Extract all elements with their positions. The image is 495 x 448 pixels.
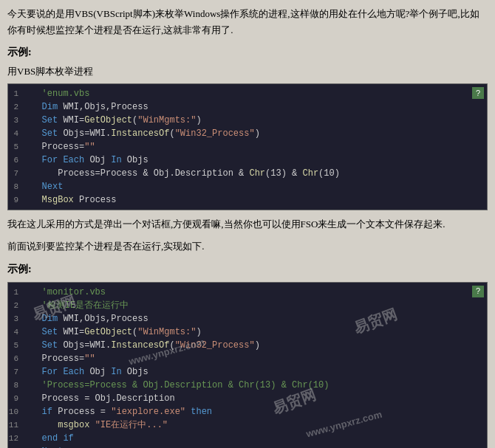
line-number: 7 [8, 167, 23, 180]
intro-text: 今天要说的是用VBS(VBScript脚本)来枚举Windows操作系统的进程,… [7, 6, 488, 38]
line-number: 3 [8, 114, 23, 127]
line-number: 2 [8, 299, 23, 312]
line-content: Process="" [23, 140, 487, 154]
line-number: 8 [8, 379, 23, 392]
line-content: if Process = "iexplore.exe" then [23, 405, 487, 418]
code-line: 11 msgbox "IE在运行中..." [8, 418, 487, 432]
code-line: 7 Process=Process & Obj.Description & Ch… [8, 167, 487, 180]
help-icon-1[interactable]: ? [472, 87, 484, 99]
code-line: 6 Process="" [8, 352, 487, 365]
line-content: Set WMI=GetObject("WinMgmts:") [23, 114, 487, 127]
line-content: Dim WMI,Objs,Process [23, 100, 487, 114]
code-line: 3 Dim WMI,Objs,Process [8, 312, 487, 325]
line-number: 9 [8, 193, 23, 207]
line-number: 8 [8, 180, 23, 193]
line-number: 11 [8, 418, 23, 432]
line-number: 7 [8, 365, 23, 379]
mid-text-2: 前面说到要监控某个进程是否在运行,实现如下. [7, 238, 488, 255]
code-block-2: 1 'monitor.vbs2 '检测IE是否在运行中3 Dim WMI,Obj… [7, 282, 488, 448]
line-number: 1 [8, 286, 23, 299]
line-content: For Each Obj In Objs [23, 154, 487, 167]
line-number: 2 [8, 100, 23, 114]
code-line: 5 Set Objs=WMI.InstancesOf("Win32_Proces… [8, 339, 487, 352]
line-number: 10 [8, 405, 23, 418]
line-content: 'Process=Process & Obj.Description & Chr… [23, 379, 487, 392]
code-line: 9 MsgBox Process [8, 193, 487, 207]
section2-title: 示例: [7, 261, 488, 278]
code-line: 4 Set Objs=WMI.InstancesOf("Win32_Proces… [8, 127, 487, 140]
line-number: 5 [8, 339, 23, 352]
line-number: 1 [8, 87, 23, 100]
section1-subtitle: 用VBS脚本枚举进程 [7, 64, 488, 80]
code-line: 2 Dim WMI,Objs,Process [8, 100, 487, 114]
code-line: 13 Next [8, 445, 487, 448]
line-content: msgbox "IE在运行中..." [23, 418, 487, 432]
code-line: 12 end if [8, 432, 487, 445]
line-content: end if [23, 432, 487, 445]
line-content: 'enum.vbs [23, 87, 487, 100]
line-content: 'monitor.vbs [23, 286, 487, 299]
page-container: 今天要说的是用VBS(VBScript脚本)来枚举Windows操作系统的进程,… [7, 6, 488, 448]
code-line: 5 Process="" [8, 140, 487, 154]
line-content: MsgBox Process [23, 193, 487, 207]
line-number: 12 [8, 432, 23, 445]
line-content: Set Objs=WMI.InstancesOf("Win32_Process"… [23, 339, 487, 352]
line-number: 3 [8, 312, 23, 325]
code-line: 2 '检测IE是否在运行中 [8, 299, 487, 312]
line-content: Process="" [23, 352, 487, 365]
line-number: 4 [8, 127, 23, 140]
code-line: 8 Next [8, 180, 487, 193]
line-content: Process=Process & Obj.Description & Chr(… [23, 167, 487, 180]
line-number: 5 [8, 140, 23, 154]
code-line: 3 Set WMI=GetObject("WinMgmts:") [8, 114, 487, 127]
line-content: Process = Obj.Description [23, 392, 487, 405]
line-content: '检测IE是否在运行中 [23, 299, 487, 312]
code-line: 4 Set WMI=GetObject("WinMgmts:") [8, 325, 487, 339]
code-line: 1 'monitor.vbs [8, 286, 487, 299]
code-line: 6 For Each Obj In Objs [8, 154, 487, 167]
line-number: 9 [8, 392, 23, 405]
line-content: Set WMI=GetObject("WinMgmts:") [23, 325, 487, 339]
code-line: 8 'Process=Process & Obj.Description & C… [8, 379, 487, 392]
line-content: For Each Obj In Objs [23, 365, 487, 379]
line-number: 13 [8, 445, 23, 448]
code-line: 7 For Each Obj In Objs [8, 365, 487, 379]
line-content: Set Objs=WMI.InstancesOf("Win32_Process"… [23, 127, 487, 140]
line-number: 6 [8, 154, 23, 167]
code-line: 9 Process = Obj.Description [8, 392, 487, 405]
code-line: 1 'enum.vbs [8, 87, 487, 100]
line-content: Next [23, 180, 487, 193]
help-icon-2[interactable]: ? [472, 286, 484, 297]
line-number: 6 [8, 352, 23, 365]
line-number: 4 [8, 325, 23, 339]
section1-title: 示例: [7, 44, 488, 61]
line-content: Next [23, 445, 487, 448]
code-block-1: 1 'enum.vbs2 Dim WMI,Objs,Process3 Set W… [7, 83, 488, 210]
code-line: 10 if Process = "iexplore.exe" then [8, 405, 487, 418]
mid-text-1: 我在这儿采用的方式是弹出一个对话框,方便观看嘛,当然你也可以使用FSO来生成一个… [7, 216, 488, 232]
line-content: Dim WMI,Objs,Process [23, 312, 487, 325]
